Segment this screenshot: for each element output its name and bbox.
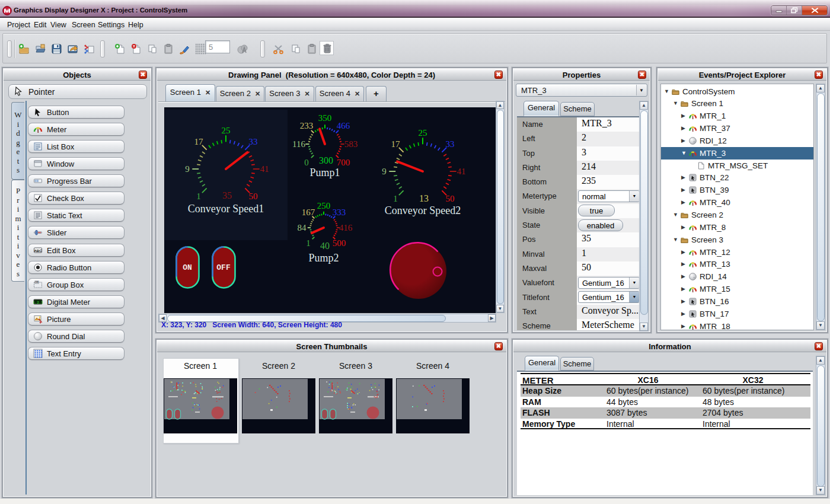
svg-text:250: 250 bbox=[317, 201, 331, 210]
svg-text:40: 40 bbox=[320, 241, 330, 251]
svg-text:Pump2: Pump2 bbox=[308, 252, 339, 264]
svg-text:233: 233 bbox=[300, 121, 314, 130]
svg-text:25: 25 bbox=[222, 126, 231, 135]
svg-text:9: 9 bbox=[382, 167, 387, 176]
svg-text:416: 416 bbox=[339, 223, 353, 232]
svg-text:13: 13 bbox=[419, 193, 429, 203]
svg-text:1: 1 bbox=[196, 192, 201, 201]
svg-text:17: 17 bbox=[194, 137, 204, 146]
svg-text:84: 84 bbox=[298, 223, 307, 232]
svg-text:1: 1 bbox=[306, 238, 311, 248]
svg-text:300: 300 bbox=[319, 155, 333, 165]
svg-text:167: 167 bbox=[302, 208, 315, 217]
svg-text:25: 25 bbox=[419, 128, 427, 138]
svg-text:Conveyor Speed1: Conveyor Speed1 bbox=[188, 203, 264, 215]
svg-text:466: 466 bbox=[337, 121, 350, 130]
svg-text:500: 500 bbox=[333, 238, 346, 248]
svg-text:50: 50 bbox=[446, 194, 455, 203]
svg-text:333: 333 bbox=[333, 208, 346, 217]
svg-text:41: 41 bbox=[457, 167, 466, 176]
svg-text:116: 116 bbox=[292, 139, 305, 149]
svg-text:9: 9 bbox=[185, 164, 190, 174]
svg-text:Conveyor Speed2: Conveyor Speed2 bbox=[385, 205, 461, 216]
svg-text:GB: GB bbox=[36, 281, 39, 283]
svg-text:33: 33 bbox=[249, 137, 258, 146]
svg-text:1.2.3: 1.2.3 bbox=[33, 301, 43, 305]
svg-text:50: 50 bbox=[249, 192, 258, 201]
svg-text:350: 350 bbox=[318, 113, 332, 123]
svg-text:OFF: OFF bbox=[216, 263, 231, 272]
svg-text:583: 583 bbox=[344, 139, 358, 149]
svg-text:35: 35 bbox=[222, 190, 232, 200]
svg-text:Pump1: Pump1 bbox=[309, 167, 340, 178]
svg-text:700: 700 bbox=[337, 158, 350, 167]
svg-text:17: 17 bbox=[391, 139, 401, 149]
svg-text:33: 33 bbox=[446, 139, 455, 149]
svg-text:ABC: ABC bbox=[34, 249, 43, 253]
svg-text:1: 1 bbox=[393, 194, 398, 203]
svg-text:0: 0 bbox=[304, 158, 309, 167]
svg-text:41: 41 bbox=[260, 164, 269, 174]
svg-text:ON: ON bbox=[183, 263, 192, 272]
